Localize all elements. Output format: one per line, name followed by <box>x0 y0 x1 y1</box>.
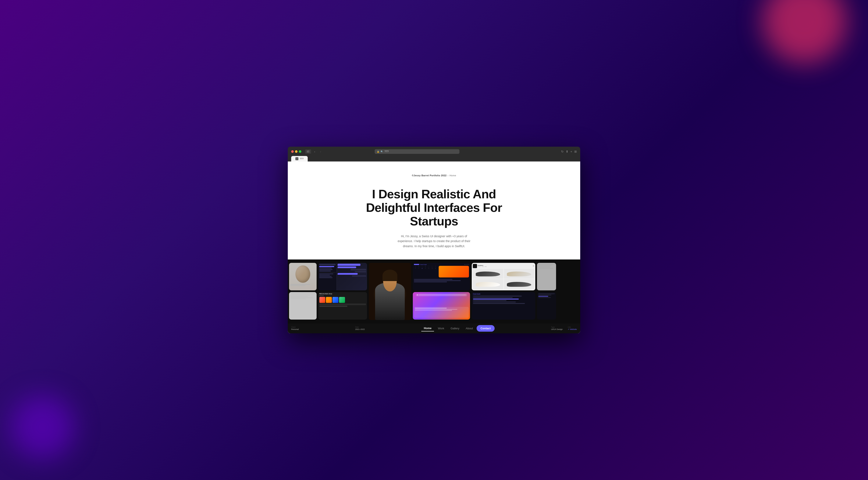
sneakers-app-mockup: Sneakers summershoesblack ⊞ <box>472 263 535 290</box>
sneaker-shape-light <box>507 272 531 276</box>
meta-client: Client Personal <box>291 326 299 330</box>
site-header: ©Jessy Barret Portfolio 2022 – Home <box>292 174 576 177</box>
browser-controls: ‹ › <box>305 149 323 154</box>
svg-rect-0 <box>307 150 308 152</box>
search-icon: 🔍 <box>381 150 383 153</box>
hero-title: I Design Realistic And Delightful Interf… <box>354 187 514 228</box>
gallery-col-3 <box>369 263 411 320</box>
sneaker-card-2[interactable] <box>504 269 534 279</box>
app-mockup-2 <box>289 292 317 319</box>
page-content: ©Jessy Barret Portfolio 2022 – Home I De… <box>288 162 580 333</box>
close-button[interactable] <box>291 150 294 153</box>
sneaker-card-1[interactable] <box>473 269 503 279</box>
hero-subtitle: Hi, I'm Jessy, a Swiss UI designer with … <box>396 234 472 249</box>
client-label: Client <box>291 326 299 328</box>
nav-gallery-link[interactable]: Gallery <box>448 325 462 331</box>
calendar-app-mockup: Create Growth August 2022 S M T <box>413 263 470 290</box>
active-tab[interactable]: J ??? <box>291 156 308 162</box>
meta-link: Link ↗ Website <box>568 326 577 330</box>
sneaker-shape-dark-2 <box>507 282 531 287</box>
meta-type-link: Type UI/UX Design Link ↗ Website <box>551 326 577 330</box>
gallery-col-2: Welcome Back Jessy Podcasts <box>318 263 367 320</box>
refresh-icon[interactable]: ↻ <box>561 150 564 153</box>
sidebar-icon[interactable]: ⊞ <box>574 150 577 153</box>
toolbar-icons: ↻ ⬆ + ⊞ <box>561 150 577 153</box>
gallery-col-1 <box>289 263 317 320</box>
portfolio-gallery: Welcome Back Jessy Podcasts <box>288 260 580 323</box>
msg-content <box>337 263 367 290</box>
client-value: Personal <box>291 328 299 330</box>
browser-window: ‹ › 🔒 🔍 ??? ↻ ⬆ + ⊞ <box>288 147 580 333</box>
messaging-app-mockup <box>318 263 367 290</box>
sneaker-card-3[interactable] <box>473 279 503 289</box>
svg-rect-1 <box>308 150 309 151</box>
app-mockup-1 <box>289 263 317 290</box>
browser-titlebar: ‹ › 🔒 🔍 ??? ↻ ⬆ + ⊞ <box>291 149 577 154</box>
sidebar-toggle-button[interactable] <box>305 149 311 153</box>
svg-rect-2 <box>308 151 309 152</box>
nav-about-link[interactable]: About <box>463 325 475 331</box>
meta-date: Date 2021–2022 <box>355 326 365 330</box>
meta-type: Type UI/UX Design <box>551 326 563 330</box>
tab-title: ??? <box>300 158 304 160</box>
nav-links: Home Work Gallery About Contact <box>421 325 495 332</box>
gallery-col-6 <box>537 263 556 320</box>
hero-section: ©Jessy Barret Portfolio 2022 – Home I De… <box>288 162 580 260</box>
browser-chrome: ‹ › 🔒 🔍 ??? ↻ ⬆ + ⊞ <box>288 147 580 162</box>
type-value: UI/UX Design <box>551 328 563 330</box>
page-label: Home <box>450 174 456 177</box>
person-photo-mockup <box>369 263 411 320</box>
address-bar[interactable]: 🔒 🔍 ??? <box>375 149 459 154</box>
create-growth-mockup: Create Growth <box>472 292 535 319</box>
sneaker-card-4[interactable] <box>504 279 534 289</box>
podcast-app-mockup: Welcome Back Jessy Podcasts <box>318 292 367 319</box>
browser-tabs: J ??? <box>291 156 577 162</box>
sneakers-header: Sneakers summershoesblack ⊞ <box>473 264 534 268</box>
gallery-col-5: Sneakers summershoesblack ⊞ <box>472 263 535 320</box>
date-value: 2021–2022 <box>355 328 365 330</box>
gradient-app-mockup <box>413 292 470 319</box>
sneakers-grid <box>473 269 534 289</box>
nav-contact-button[interactable]: Contact <box>476 325 494 332</box>
meta-left: Client Personal <box>291 326 299 330</box>
partial-app-mockup <box>537 263 556 290</box>
meta-right: Date 2021–2022 <box>355 326 365 330</box>
url-text: ??? <box>384 150 389 153</box>
minimize-button[interactable] <box>295 150 298 153</box>
tab-favicon: J <box>296 157 299 160</box>
type-label: Type <box>551 326 563 328</box>
separator: – <box>447 174 450 177</box>
traffic-lights <box>291 150 301 153</box>
gallery-col-4: Create Growth August 2022 S M T <box>413 263 470 320</box>
maximize-button[interactable] <box>299 150 301 153</box>
nav-work-link[interactable]: Work <box>435 325 447 331</box>
share-icon[interactable]: ⬆ <box>566 150 568 153</box>
copyright-text: ©Jessy Barret Portfolio 2022 <box>412 174 446 177</box>
forward-button[interactable]: › <box>318 149 323 154</box>
lock-icon: 🔒 <box>377 150 379 153</box>
hero-title-line2: Delightful Interfaces For Startups <box>354 201 514 228</box>
back-button[interactable]: ‹ <box>312 149 317 154</box>
bottom-nav-bar: Client Personal Date 2021–2022 Home Work… <box>288 323 580 333</box>
sneaker-shape-white <box>476 282 500 287</box>
date-label: Date <box>355 326 365 328</box>
podcast-bar <box>319 304 366 305</box>
new-tab-icon[interactable]: + <box>570 150 572 153</box>
podcast-header: Welcome Back Jessy <box>319 293 366 295</box>
sneaker-shape-dark <box>476 272 500 276</box>
svg-rect-3 <box>308 152 309 152</box>
link-value[interactable]: ↗ Website <box>568 328 577 330</box>
cal-header: Create Growth August 2022 <box>414 264 469 265</box>
msg-sidebar <box>318 263 337 290</box>
link-label: Link <box>568 326 577 328</box>
hero-title-line1: I Design Realistic And <box>354 187 514 201</box>
partial-app-mockup-2 <box>537 292 556 319</box>
nav-home-link[interactable]: Home <box>421 325 434 332</box>
